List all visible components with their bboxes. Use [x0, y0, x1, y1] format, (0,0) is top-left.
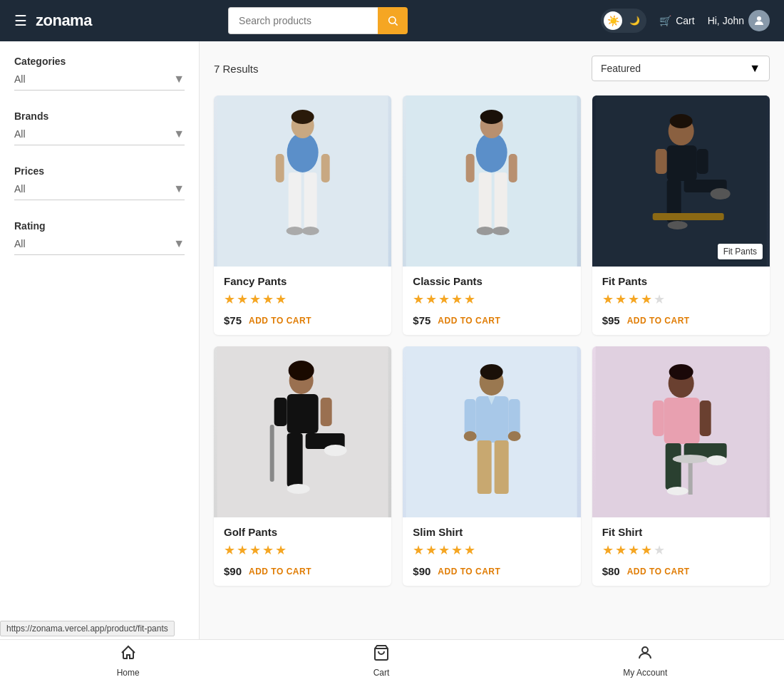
filter-brands-select[interactable]: All ▼	[14, 128, 185, 145]
svg-point-36	[289, 361, 314, 381]
product-image-fit-pants: Fit Pants	[592, 95, 770, 267]
star-1: ★	[413, 291, 424, 307]
user-greeting[interactable]: Hi, John	[708, 10, 770, 31]
add-to-cart-button[interactable]: ADD TO CART	[627, 316, 690, 326]
product-price-row: $95 ADD TO CART	[602, 314, 760, 326]
svg-rect-19	[466, 154, 475, 182]
nav-home[interactable]: Home	[117, 644, 140, 678]
star-2: ★	[615, 542, 626, 558]
logo: zonama	[36, 11, 92, 30]
cart-icon: 🛒	[659, 15, 671, 26]
chevron-down-icon: ▼	[173, 73, 185, 86]
add-to-cart-button[interactable]: ADD TO CART	[438, 567, 500, 577]
product-rating: ★ ★ ★ ★ ★	[224, 542, 381, 558]
product-info-fit-shirt: Fit Shirt ★ ★ ★ ★ ★ $80 ADD TO CART	[592, 517, 770, 586]
svg-rect-53	[509, 399, 520, 435]
product-rating: ★ ★ ★ ★ ★	[413, 291, 570, 307]
filter-brands-label: Brands	[14, 110, 185, 122]
light-mode-btn[interactable]: ☀️	[604, 11, 622, 30]
cart-label: Cart	[676, 15, 694, 26]
filter-brands: Brands All ▼	[14, 110, 185, 145]
product-price: $95	[602, 314, 620, 326]
home-icon	[120, 644, 137, 666]
star-5: ★	[654, 291, 665, 307]
dark-mode-btn[interactable]: 🌙	[625, 11, 644, 30]
product-card-fit-pants[interactable]: Fit Pants Fit Pants ★ ★ ★ ★ ★ $95 ADD TO…	[592, 95, 770, 335]
search-bar	[228, 7, 408, 34]
svg-rect-40	[274, 398, 287, 426]
product-card-fancy-pants[interactable]: Fancy Pants ★ ★ ★ ★ ★ $75 ADD TO CART	[214, 95, 391, 335]
product-name: Slim Shirt	[413, 526, 570, 538]
search-input[interactable]	[228, 7, 378, 34]
product-price-row: $90 ADD TO CART	[224, 565, 381, 577]
filter-prices-value: All	[14, 183, 26, 195]
star-2: ★	[615, 291, 626, 307]
add-to-cart-button[interactable]: ADD TO CART	[627, 567, 690, 577]
svg-point-33	[710, 188, 730, 200]
svg-rect-7	[289, 172, 301, 229]
add-to-cart-button[interactable]: ADD TO CART	[438, 316, 500, 326]
svg-point-67	[706, 455, 726, 465]
product-card-fit-shirt[interactable]: Fit Shirt ★ ★ ★ ★ ★ $80 ADD TO CART	[592, 346, 770, 586]
product-price-row: $75 ADD TO CART	[224, 314, 381, 326]
svg-rect-10	[321, 154, 330, 182]
svg-rect-52	[465, 399, 476, 435]
product-image-golf-pants	[214, 346, 391, 517]
star-2: ★	[425, 542, 437, 558]
star-5: ★	[275, 542, 287, 558]
theme-toggle[interactable]: ☀️ 🌙	[601, 9, 646, 33]
search-button[interactable]	[378, 7, 408, 34]
svg-point-55	[508, 431, 521, 441]
svg-point-32	[667, 221, 687, 229]
svg-point-21	[477, 227, 494, 235]
product-name: Fit Pants	[602, 275, 760, 287]
star-4: ★	[451, 542, 463, 558]
product-info-fancy-pants: Fancy Pants ★ ★ ★ ★ ★ $75 ADD TO CART	[214, 267, 391, 335]
product-price-row: $90 ADD TO CART	[413, 565, 570, 577]
product-card-golf-pants[interactable]: Golf Pants ★ ★ ★ ★ ★ $90 ADD TO CART	[214, 346, 391, 586]
svg-rect-8	[304, 172, 317, 229]
chevron-down-icon: ▼	[173, 182, 185, 195]
filter-categories-label: Categories	[14, 56, 185, 67]
svg-rect-62	[652, 401, 664, 436]
product-name: Fit Shirt	[602, 526, 760, 538]
filter-categories-select[interactable]: All ▼	[14, 73, 185, 91]
star-5: ★	[654, 542, 665, 558]
product-price: $75	[413, 314, 430, 326]
filter-rating-select[interactable]: All ▼	[14, 237, 185, 255]
filter-prices-label: Prices	[14, 165, 185, 177]
svg-rect-38	[287, 433, 303, 487]
filter-rating: Rating All ▼	[14, 220, 185, 255]
nav-cart[interactable]: Cart	[373, 644, 390, 678]
moon-icon: 🌙	[629, 16, 640, 26]
svg-rect-59	[664, 398, 699, 444]
star-3: ★	[249, 291, 261, 307]
add-to-cart-button[interactable]: ADD TO CART	[249, 567, 311, 577]
product-image-fit-shirt	[592, 346, 770, 517]
results-count: 7 Results	[214, 63, 259, 75]
svg-point-4	[287, 133, 319, 172]
sort-label: Featured	[601, 63, 641, 74]
sort-select[interactable]: Featured ▼	[592, 56, 770, 81]
product-card-classic-pants[interactable]: Classic Pants ★ ★ ★ ★ ★ $75 ADD TO CART	[403, 95, 580, 335]
nav-account[interactable]: My Account	[623, 644, 667, 678]
star-1: ★	[224, 291, 235, 307]
svg-point-22	[492, 227, 510, 235]
url-bar: https://zonama.vercel.app/product/fit-pa…	[0, 621, 175, 636]
add-to-cart-button[interactable]: ADD TO CART	[249, 316, 311, 326]
svg-rect-60	[665, 443, 681, 490]
chevron-down-icon: ▼	[173, 237, 185, 250]
star-1: ★	[602, 542, 614, 558]
cart-link[interactable]: 🛒 Cart	[659, 15, 694, 26]
svg-line-1	[395, 23, 398, 26]
star-4: ★	[262, 542, 274, 558]
header: ☰ zonama ☀️ 🌙 🛒 Cart Hi, John	[0, 0, 784, 41]
filter-prices-select[interactable]: All ▼	[14, 182, 185, 200]
results-header: 7 Results Featured ▼	[214, 56, 770, 81]
svg-rect-50	[478, 440, 492, 494]
star-3: ★	[628, 542, 639, 558]
product-card-slim-shirt[interactable]: Slim Shirt ★ ★ ★ ★ ★ $90 ADD TO CART	[403, 346, 580, 586]
menu-icon[interactable]: ☰	[14, 12, 27, 29]
star-4: ★	[641, 291, 652, 307]
svg-rect-63	[699, 401, 711, 436]
